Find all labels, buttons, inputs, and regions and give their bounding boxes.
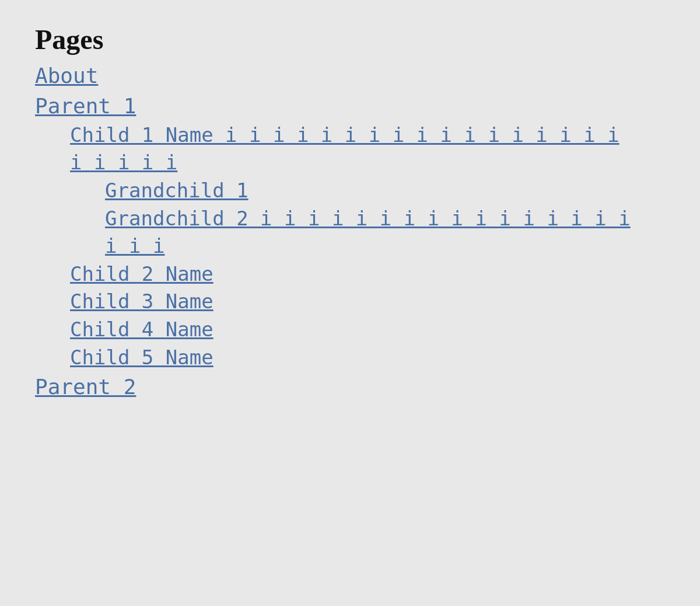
- list-item: Child 4 Name: [70, 316, 665, 344]
- child5-link[interactable]: Child 5 Name: [70, 346, 214, 369]
- pages-nav: About Parent 1 Child 1 Name i i i i i i …: [35, 61, 665, 402]
- list-item: Child 5 Name: [70, 344, 665, 372]
- grandchild2-link[interactable]: Grandchild 2 i i i i i i i i i i i i i i…: [105, 207, 631, 258]
- grandchild1-link[interactable]: Grandchild 1: [105, 179, 249, 202]
- child1-link[interactable]: Child 1 Name i i i i i i i i i i i i i i…: [70, 123, 620, 175]
- list-item: Parent 2: [35, 372, 665, 402]
- list-item: Grandchild 1: [105, 177, 665, 205]
- list-item: Parent 1 Child 1 Name i i i i i i i i i …: [35, 92, 665, 371]
- parent2-link[interactable]: Parent 2: [35, 375, 136, 399]
- child2-link[interactable]: Child 2 Name: [70, 262, 214, 285]
- child3-link[interactable]: Child 3 Name: [70, 290, 214, 313]
- parent1-children: Child 1 Name i i i i i i i i i i i i i i…: [35, 121, 665, 371]
- list-item: Grandchild 2 i i i i i i i i i i i i i i…: [105, 205, 665, 260]
- page-heading: Pages: [35, 23, 665, 55]
- child1-children: Grandchild 1 Grandchild 2 i i i i i i i …: [70, 177, 665, 260]
- parent1-link[interactable]: Parent 1: [35, 94, 136, 118]
- list-item: About: [35, 61, 665, 90]
- child4-link[interactable]: Child 4 Name: [70, 318, 214, 341]
- list-item: Child 2 Name: [70, 260, 665, 288]
- list-item: Child 1 Name i i i i i i i i i i i i i i…: [70, 121, 665, 260]
- list-item: Child 3 Name: [70, 288, 665, 316]
- about-link[interactable]: About: [35, 64, 98, 88]
